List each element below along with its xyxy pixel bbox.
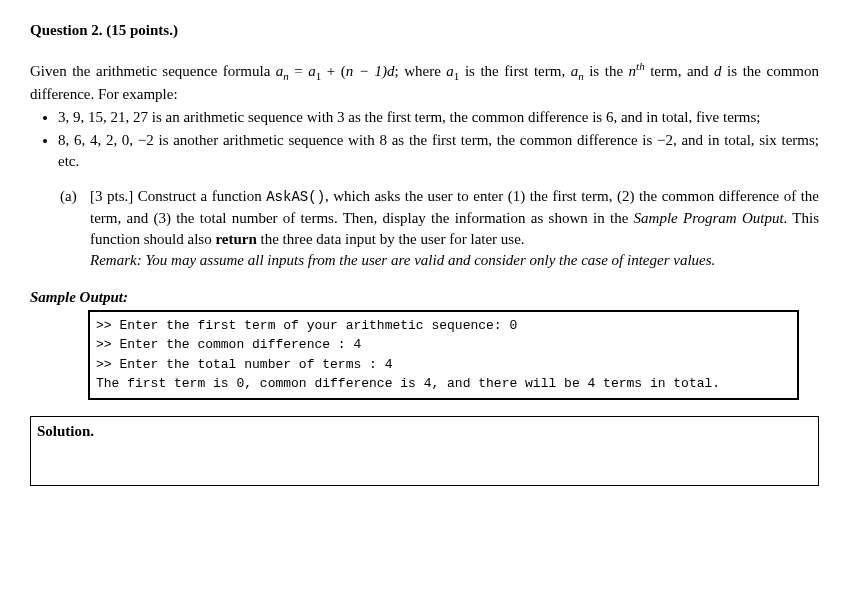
part-a-text1: Construct a function: [133, 188, 266, 204]
sample-output-title: Sample Output:: [30, 287, 819, 308]
intro-andesc: is the: [584, 63, 629, 79]
formula-plus: + (: [321, 63, 346, 79]
nth-n: n: [629, 63, 637, 79]
code-line: The first term is 0, common difference i…: [96, 376, 720, 391]
question-number: Question 2.: [30, 22, 103, 38]
solution-label: Solution.: [37, 423, 94, 439]
return-word: return: [215, 231, 256, 247]
formula-minus1d: − 1)d: [353, 63, 394, 79]
intro-paragraph: Given the arithmetic sequence formula an…: [30, 59, 819, 105]
part-a-content: [3 pts.] Construct a function AskAS(), w…: [90, 186, 819, 271]
code-line: >> Enter the first term of your arithmet…: [96, 318, 517, 333]
intro-pre: Given the arithmetic sequence formula: [30, 63, 276, 79]
a1-ref-a: a: [446, 63, 454, 79]
code-line: >> Enter the total number of terms : 4: [96, 357, 392, 372]
sample-output-box: >> Enter the first term of your arithmet…: [88, 310, 799, 400]
formula-eq: =: [289, 63, 309, 79]
list-item: 8, 6, 4, 2, 0, −2 is another arithmetic …: [58, 130, 819, 172]
nth-th: th: [636, 60, 645, 72]
intro-post: term, and: [645, 63, 714, 79]
formula-a1-a: a: [308, 63, 316, 79]
part-a-label: (a): [60, 186, 90, 271]
intro-a1desc: is the first term,: [459, 63, 570, 79]
askas-fn: AskAS(): [266, 189, 325, 205]
part-a-pts: [3 pts.]: [90, 188, 133, 204]
question-title: Question 2. (15 points.): [30, 20, 819, 41]
sample-ref: Sample Program Output: [634, 210, 784, 226]
part-a-text4: the three data input by the user for lat…: [257, 231, 525, 247]
part-a-remark: Remark: You may assume all inputs from t…: [90, 250, 819, 271]
question-points: (15 points.): [106, 22, 178, 38]
d-var: d: [714, 63, 722, 79]
list-item: 3, 9, 15, 21, 27 is an arithmetic sequen…: [58, 107, 819, 128]
intro-where: ; where: [395, 63, 447, 79]
solution-box: Solution.: [30, 416, 819, 486]
part-a: (a) [3 pts.] Construct a function AskAS(…: [60, 186, 819, 271]
example-list: 3, 9, 15, 21, 27 is an arithmetic sequen…: [30, 107, 819, 172]
code-line: >> Enter the common difference : 4: [96, 337, 361, 352]
